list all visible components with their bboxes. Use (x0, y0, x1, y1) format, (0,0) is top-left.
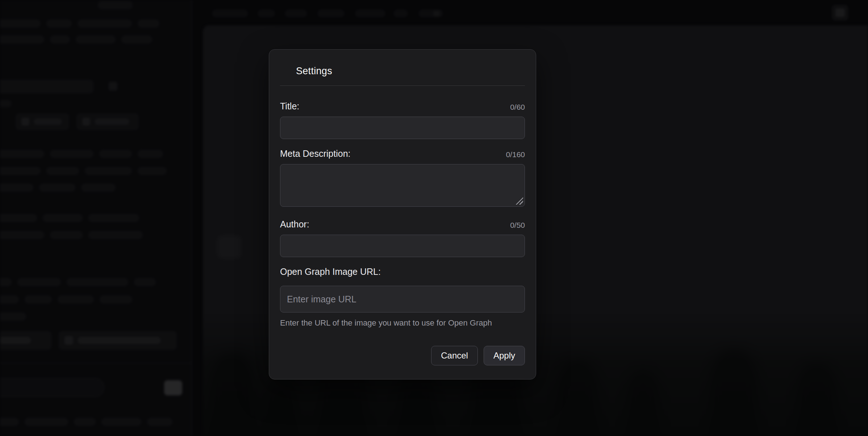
cancel-button[interactable]: Cancel (431, 346, 478, 365)
meta-description-textarea[interactable] (280, 164, 525, 207)
title-counter: 0/60 (510, 103, 525, 112)
settings-dialog: Settings Title: 0/60 Meta Description: 0… (269, 49, 536, 380)
og-image-url-label: Open Graph Image URL: (280, 267, 381, 277)
author-counter: 0/50 (510, 221, 525, 230)
dialog-title: Settings (296, 66, 525, 77)
title-label: Title: (280, 101, 299, 112)
apply-button[interactable]: Apply (484, 346, 525, 365)
divider (280, 85, 525, 86)
title-input[interactable] (280, 117, 525, 139)
og-image-url-helper: Enter the URL of the image you want to u… (280, 318, 525, 328)
meta-description-counter: 0/160 (506, 150, 525, 159)
resize-handle[interactable] (516, 197, 523, 205)
author-input[interactable] (280, 235, 525, 257)
og-image-url-input[interactable] (280, 286, 525, 313)
author-label: Author: (280, 219, 309, 230)
meta-description-label: Meta Description: (280, 148, 351, 159)
